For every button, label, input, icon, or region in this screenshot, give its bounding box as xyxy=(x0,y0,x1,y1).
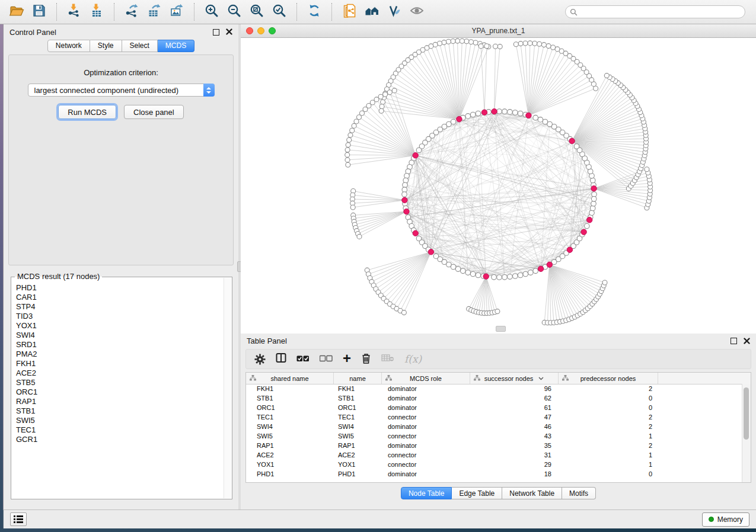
window-close-icon[interactable] xyxy=(246,27,253,34)
table-row[interactable]: PHD1PHD1dominator180 xyxy=(246,469,742,479)
mcds-result-item[interactable]: STB1 xyxy=(12,406,224,416)
zoom-out-button[interactable] xyxy=(224,2,245,22)
table-cell: 0 xyxy=(559,395,658,402)
table-scrollbar-thumb[interactable] xyxy=(744,387,749,440)
run-mcds-button[interactable]: Run MCDS xyxy=(58,105,116,119)
mcds-result-item[interactable]: PHD1 xyxy=(12,283,224,293)
formula-icon: f(x) xyxy=(404,353,422,365)
window-zoom-icon[interactable] xyxy=(269,27,276,34)
delete-column-icon[interactable] xyxy=(361,352,371,366)
table-row[interactable]: RAP1RAP1dominator352 xyxy=(246,441,742,450)
tab-style[interactable]: Style xyxy=(90,40,122,52)
mcds-result-item[interactable]: ACE2 xyxy=(12,368,224,378)
first-neighbors-icon xyxy=(364,3,379,21)
add-column-icon[interactable]: + xyxy=(343,352,351,364)
mcds-result-item[interactable]: YOX1 xyxy=(12,321,224,331)
tab-mcds[interactable]: MCDS xyxy=(158,40,194,52)
zoom-selected-button[interactable] xyxy=(269,2,290,22)
mcds-result-item[interactable]: RAP1 xyxy=(12,397,224,406)
mcds-result-item[interactable]: ORC1 xyxy=(12,387,224,397)
table-row[interactable]: STB1STB1dominator620 xyxy=(246,393,742,403)
table-scrollbar[interactable] xyxy=(742,384,751,482)
mcds-result-item[interactable]: FKH1 xyxy=(12,359,224,368)
column-label: successor nodes xyxy=(484,375,534,382)
table-cell: 2 xyxy=(559,414,658,421)
tab-network[interactable]: Network xyxy=(47,40,90,52)
export-table-button[interactable] xyxy=(143,2,165,22)
mcds-result-item[interactable]: SRD1 xyxy=(12,340,224,350)
export-network-button[interactable] xyxy=(121,2,142,22)
import-table-icon xyxy=(89,3,104,21)
column-header-shared-name[interactable]: shared name xyxy=(246,373,334,384)
zoom-in-button[interactable] xyxy=(201,2,222,22)
import-network-icon xyxy=(66,3,82,21)
table-row[interactable]: FKH1FKH1dominator962 xyxy=(246,384,742,393)
deselect-all-icon[interactable] xyxy=(320,354,333,364)
mcds-result-item[interactable]: GCR1 xyxy=(12,435,224,444)
float-panel-icon[interactable] xyxy=(731,338,737,344)
tree-icon xyxy=(474,375,480,382)
close-panel-button[interactable]: Close panel xyxy=(124,105,184,119)
column-header-mcds-role[interactable]: MCDS role xyxy=(382,373,470,384)
network-from-file-button[interactable] xyxy=(339,2,360,22)
table-row[interactable]: YOX1YOX1connector291 xyxy=(246,460,742,469)
mcds-result-item[interactable]: PMA2 xyxy=(12,350,224,359)
node-table-body: FKH1FKH1dominator962STB1STB1dominator620… xyxy=(246,384,742,482)
column-header-predecessor-nodes[interactable]: predecessor nodes xyxy=(559,373,658,384)
import-network-button[interactable] xyxy=(63,2,85,22)
table-row[interactable]: SWI4SWI4dominator462 xyxy=(246,422,742,431)
mcds-result-item[interactable]: TID3 xyxy=(12,312,224,321)
mcds-result-scrollbar[interactable] xyxy=(224,278,231,498)
mcds-result-item[interactable]: TEC1 xyxy=(12,425,224,435)
tab-edge-table[interactable]: Edge Table xyxy=(452,487,502,499)
close-panel-icon[interactable] xyxy=(744,336,750,347)
table-row[interactable]: ACE2ACE2connector311 xyxy=(246,450,742,460)
task-list-icon xyxy=(14,515,23,523)
table-cell: 0 xyxy=(559,404,658,411)
mcds-result-list[interactable]: PHD1CAR1STP4TID3YOX1SWI4SRD1PMA2FKH1ACE2… xyxy=(12,283,224,498)
gear-icon[interactable] xyxy=(254,354,266,365)
export-image-icon xyxy=(169,3,184,21)
window-minimize-icon[interactable] xyxy=(257,27,264,34)
hide-details-button[interactable] xyxy=(406,2,428,22)
zoom-fit-button[interactable] xyxy=(246,2,267,22)
mcds-result-item[interactable]: STB5 xyxy=(12,378,224,387)
vizmapper-button[interactable] xyxy=(384,2,405,22)
columns-icon[interactable] xyxy=(276,352,286,366)
tab-node-table[interactable]: Node Table xyxy=(401,487,452,499)
zoom-in-icon xyxy=(204,3,219,21)
apply-layout-button[interactable] xyxy=(304,2,325,22)
open-button[interactable] xyxy=(6,2,27,22)
table-row[interactable]: SWI5SWI5connector431 xyxy=(246,431,742,441)
close-panel-icon[interactable] xyxy=(226,27,232,37)
tab-motifs[interactable]: Motifs xyxy=(562,487,596,499)
mcds-result-item[interactable]: STP4 xyxy=(12,302,224,312)
mcds-result-item[interactable]: SWI4 xyxy=(12,331,224,340)
network-canvas[interactable] xyxy=(241,38,756,334)
table-cell: SWI4 xyxy=(334,423,382,430)
export-image-button[interactable] xyxy=(166,2,187,22)
show-tasks-button[interactable] xyxy=(10,512,27,526)
column-header-name[interactable]: name xyxy=(334,373,382,384)
memory-label: Memory xyxy=(717,515,743,524)
column-header-successor-nodes[interactable]: successor nodes xyxy=(470,373,559,384)
save-button[interactable] xyxy=(28,2,50,22)
table-splitter-grip[interactable] xyxy=(496,326,506,332)
mcds-result-item[interactable]: CAR1 xyxy=(12,293,224,302)
table-row[interactable]: ORC1ORC1dominator610 xyxy=(246,403,742,412)
table-cell: STB1 xyxy=(246,395,334,402)
memory-button[interactable]: Memory xyxy=(702,512,749,527)
tab-network-table[interactable]: Network Table xyxy=(502,487,562,499)
search-input[interactable] xyxy=(565,5,745,18)
criterion-dropdown[interactable]: largest connected component (undirected) xyxy=(28,84,215,97)
table-row[interactable]: TEC1TEC1connector472 xyxy=(246,412,742,422)
network-graph xyxy=(241,38,756,334)
float-panel-icon[interactable] xyxy=(213,29,219,36)
first-neighbors-button[interactable] xyxy=(361,2,382,22)
import-table-button[interactable] xyxy=(86,2,107,22)
select-all-icon[interactable] xyxy=(296,354,310,364)
delete-table-icon xyxy=(381,354,394,364)
column-label: shared name xyxy=(270,375,308,382)
tab-select[interactable]: Select xyxy=(122,40,158,52)
mcds-result-item[interactable]: SWI5 xyxy=(12,416,224,425)
